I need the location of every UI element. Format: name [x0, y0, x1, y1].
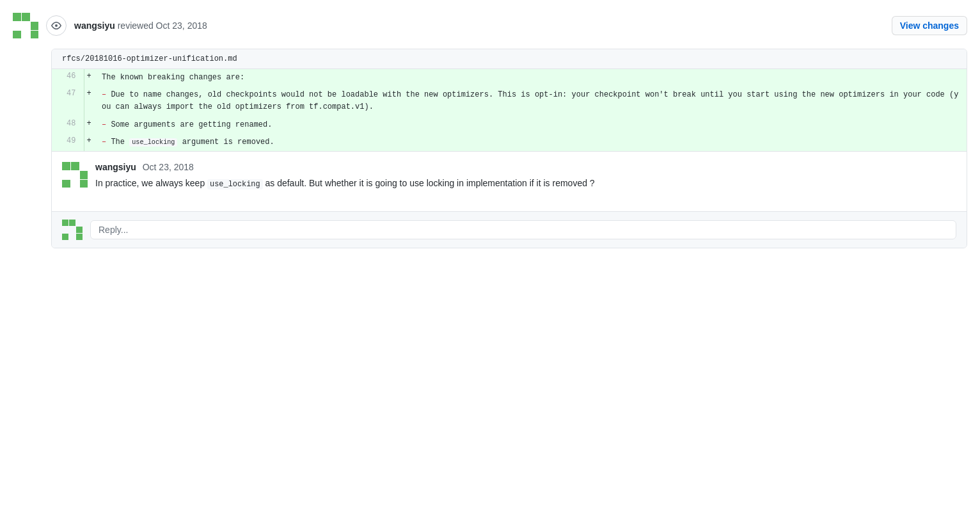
svg-rect-14 — [80, 171, 88, 179]
commenter-avatar — [62, 162, 88, 188]
svg-rect-26 — [76, 234, 83, 240]
svg-rect-25 — [69, 234, 75, 240]
svg-rect-13 — [71, 171, 79, 179]
strikethrough-dash-49: – — [102, 138, 106, 147]
line-number-47: 47 — [52, 86, 84, 116]
reviewer-username: wangsiyu — [74, 20, 115, 31]
comment-content: wangsiyu Oct 23, 2018 In practice, we al… — [95, 162, 956, 191]
svg-rect-22 — [69, 227, 75, 233]
svg-rect-15 — [62, 180, 70, 188]
comment-header: wangsiyu Oct 23, 2018 — [95, 162, 956, 172]
file-path: rfcs/20181016-optimizer-unification.md — [62, 54, 237, 63]
svg-rect-6 — [13, 31, 21, 38]
line-number-49: 49 — [52, 134, 84, 151]
svg-rect-9 — [62, 162, 70, 170]
svg-rect-23 — [76, 227, 83, 233]
comment-section: wangsiyu Oct 23, 2018 In practice, we al… — [52, 151, 967, 211]
view-changes-button[interactable]: View changes — [892, 16, 967, 35]
svg-rect-17 — [80, 180, 88, 188]
svg-rect-19 — [69, 220, 75, 226]
line-number-48: 48 — [52, 116, 84, 134]
comment-text: In practice, we always keep use_locking … — [95, 176, 956, 191]
review-meta: wangsiyu reviewed Oct 23, 2018 — [74, 20, 207, 31]
comment-username: wangsiyu — [95, 162, 136, 172]
svg-rect-24 — [62, 234, 68, 240]
diff-sign-46: + — [84, 69, 97, 86]
svg-rect-7 — [22, 31, 30, 38]
review-eye-icon — [46, 15, 67, 36]
svg-rect-10 — [71, 162, 79, 170]
svg-rect-0 — [13, 13, 21, 21]
user-avatar-logo — [13, 13, 38, 38]
review-date: Oct 23, 2018 — [156, 20, 207, 31]
svg-rect-12 — [62, 171, 70, 179]
review-block: rfcs/20181016-optimizer-unification.md 4… — [51, 49, 967, 248]
review-action-word: reviewed — [118, 20, 154, 31]
svg-rect-21 — [62, 227, 68, 233]
svg-rect-20 — [76, 220, 83, 226]
line-number-46: 46 — [52, 69, 84, 86]
reply-section: Reply... — [52, 211, 967, 248]
reply-input[interactable]: Reply... — [90, 220, 956, 239]
diff-code-47: – Due to name changes, old checkpoints w… — [97, 86, 967, 116]
svg-rect-16 — [71, 180, 79, 188]
diff-code-49: – The use_locking argument is removed. — [97, 134, 967, 151]
diff-row-46: 46 + The known breaking changes are: — [52, 69, 967, 86]
reply-placeholder: Reply... — [99, 225, 128, 235]
svg-rect-4 — [22, 22, 30, 30]
svg-rect-11 — [80, 162, 88, 170]
comment-text-after: as default. But whether it is going to u… — [263, 178, 595, 188]
diff-row-48: 48 + – Some arguments are getting rename… — [52, 116, 967, 134]
comment-date: Oct 23, 2018 — [143, 162, 194, 172]
svg-rect-8 — [31, 31, 38, 38]
svg-rect-18 — [62, 220, 68, 226]
diff-table: 46 + The known breaking changes are: 47 … — [52, 69, 967, 151]
diff-row-49: 49 + – The use_locking argument is remov… — [52, 134, 967, 151]
reply-avatar — [62, 220, 83, 240]
svg-rect-5 — [31, 22, 38, 30]
diff-row-47: 47 + – Due to name changes, old checkpoi… — [52, 86, 967, 116]
diff-sign-47: + — [84, 86, 97, 116]
svg-rect-3 — [13, 22, 21, 30]
diff-code-46: The known breaking changes are: — [97, 69, 967, 86]
review-header: wangsiyu reviewed Oct 23, 2018 View chan… — [13, 13, 967, 38]
review-header-left: wangsiyu reviewed Oct 23, 2018 — [13, 13, 207, 38]
use-locking-code: use_locking — [129, 138, 177, 147]
file-header: rfcs/20181016-optimizer-unification.md — [52, 49, 967, 69]
comment-body: wangsiyu Oct 23, 2018 In practice, we al… — [62, 162, 956, 191]
comment-use-locking-code: use_locking — [207, 179, 263, 189]
comment-text-before: In practice, we always keep — [95, 178, 207, 188]
svg-rect-2 — [31, 13, 38, 21]
strikethrough-dash-48: – — [102, 120, 106, 129]
diff-sign-49: + — [84, 134, 97, 151]
svg-rect-1 — [22, 13, 30, 21]
diff-sign-48: + — [84, 116, 97, 134]
strikethrough-dash-47: – — [102, 90, 106, 99]
diff-code-48: – Some arguments are getting renamed. — [97, 116, 967, 134]
